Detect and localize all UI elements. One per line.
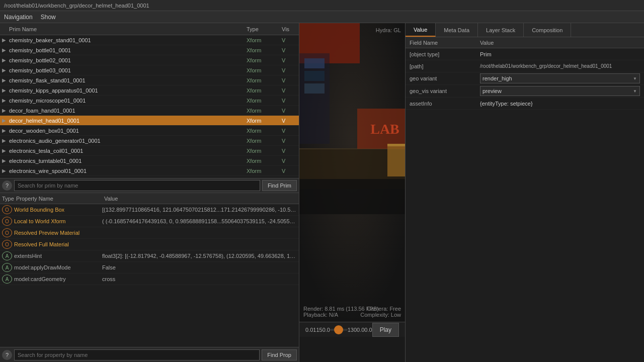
right-field-header: Field Name Value: [406, 37, 644, 48]
prim-arrow: ▶: [2, 77, 9, 83]
camera-type: Camera: Free: [360, 306, 401, 312]
prim-name-text: decor_wooden_box01_0001: [9, 128, 247, 134]
prim-arrow: ▶: [2, 87, 9, 93]
prim-name-text: electronics_tesla_coil01_0001: [9, 148, 247, 154]
property-row[interactable]: A model:cardGeometry cross: [0, 274, 299, 285]
right-value-header: Value: [480, 40, 640, 46]
prim-type-text: Xform: [247, 128, 282, 134]
right-data-row: [path] /root/thelab01/workbench_grp/deco…: [406, 60, 644, 72]
prim-arrow: ▶: [2, 108, 9, 113]
prim-type-text: Xform: [247, 158, 282, 164]
prop-value-header: Value: [104, 196, 297, 202]
prim-row[interactable]: ▶ decor_foam_hand01_0001 Xform V: [0, 106, 299, 116]
timeline-slider[interactable]: [330, 325, 348, 335]
find-prop-button[interactable]: Find Prop: [262, 349, 297, 360]
prim-name-text: chemistry_microscope01_0001: [9, 98, 247, 104]
right-select[interactable]: render_highrender_lowpreview: [480, 73, 640, 83]
prim-type-text: Xform: [247, 87, 282, 94]
prim-name-text: chemistry_flask_stand01_0001: [9, 77, 247, 83]
prop-search-input[interactable]: [14, 349, 260, 360]
prop-name-text: Resolved Full Material: [14, 241, 102, 247]
prop-help-button[interactable]: ?: [2, 350, 12, 360]
property-row[interactable]: O World Bounding Box [(132.8997711086541…: [0, 204, 299, 216]
prim-type-text: Xform: [247, 138, 282, 144]
prim-help-button[interactable]: ?: [2, 180, 12, 191]
prim-type-text: Xform: [247, 47, 282, 53]
prim-row[interactable]: ▶ chemistry_bottle03_0001 Xform V: [0, 65, 299, 75]
prop-name-text: model:cardGeometry: [14, 276, 102, 282]
prop-icon: A: [2, 263, 12, 272]
prim-vis-text: V: [282, 47, 297, 53]
tab-value[interactable]: Value: [406, 23, 436, 37]
svg-rect-11: [304, 71, 325, 81]
right-data-row: assetInfo {entityType: setpiece}: [406, 98, 644, 110]
tab-layer-stack[interactable]: Layer Stack: [478, 23, 524, 37]
right-field-label: [object type]: [410, 51, 480, 57]
left-panel: Prim Name Type Vis ▶ chemistry_beaker_st…: [0, 23, 299, 362]
right-tabs: Value Meta Data Layer Stack Composition: [406, 23, 644, 37]
prim-vis-text: V: [282, 168, 297, 174]
prim-row[interactable]: ▶ decor_helmet_head01_0001 Xform V: [0, 116, 299, 126]
viewport-bottom-strip: 0.0 1150.0 1300.0 0.0 Play: [299, 322, 405, 337]
right-select[interactable]: previewfullnone: [480, 86, 640, 96]
select-wrapper[interactable]: render_highrender_lowpreview: [480, 73, 640, 83]
tab-composition[interactable]: Composition: [524, 23, 571, 37]
prim-vis-text: V: [282, 87, 297, 94]
prim-row[interactable]: ▶ chemistry_microscope01_0001 Xform V: [0, 96, 299, 106]
menu-navigation[interactable]: Navigation: [4, 14, 33, 21]
prim-vis-text: V: [282, 67, 297, 73]
menu-bar: Navigation Show: [0, 11, 644, 23]
prim-type-text: Xform: [247, 37, 282, 43]
prop-name-header: Property Name: [16, 196, 104, 202]
prim-row[interactable]: ▶ chemistry_bottle01_0001 Xform V: [0, 45, 299, 55]
prim-row[interactable]: ▶ electronics_tesla_coil01_0001 Xform V: [0, 146, 299, 156]
coord-1: 0.0: [305, 327, 313, 333]
prim-vis-text: V: [282, 158, 297, 164]
timeline-thumb[interactable]: [334, 325, 343, 334]
prim-row[interactable]: ▶ electronics_turntable01_0001 Xform V: [0, 156, 299, 166]
prim-row[interactable]: ▶ decor_wooden_box01_0001 Xform V: [0, 126, 299, 136]
camera-info: Camera: Free Complexity: Low: [360, 306, 401, 318]
prim-type-text: Xform: [247, 118, 282, 124]
play-button[interactable]: Play: [372, 323, 399, 337]
properties-list: O World Bounding Box [(132.8997711086541…: [0, 204, 299, 347]
prim-row[interactable]: ▶ chemistry_kipps_apparatus01_0001 Xform…: [0, 85, 299, 96]
prop-value-text: ( (-0.16857464176439163, 0, 0.9856888911…: [102, 218, 297, 224]
property-row[interactable]: A extentsHint float3[2]: [(-12.817942, -…: [0, 250, 299, 262]
prim-search-input[interactable]: [14, 180, 260, 191]
property-row[interactable]: O Resolved Full Material: [0, 239, 299, 250]
prim-name-text: chemistry_bottle01_0001: [9, 47, 247, 53]
prim-row[interactable]: ▶ chemistry_flask_stand01_0001 Xform V: [0, 75, 299, 85]
select-wrapper[interactable]: previewfullnone: [480, 86, 640, 96]
prim-row[interactable]: ▶ chemistry_bottle02_0001 Xform V: [0, 55, 299, 65]
prop-icon: O: [2, 228, 12, 237]
prim-list: ▶ chemistry_beaker_stand01_0001 Xform V …: [0, 35, 299, 178]
right-field-label: geo variant: [410, 75, 480, 81]
prop-icon: A: [2, 275, 12, 284]
tab-metadata[interactable]: Meta Data: [436, 23, 478, 37]
menu-show[interactable]: Show: [41, 14, 56, 21]
viewport-canvas[interactable]: LAB: [299, 23, 405, 322]
prim-vis-text: V: [282, 77, 297, 83]
right-data-row[interactable]: geo_vis variant previewfullnone: [406, 85, 644, 98]
prop-icon: O: [2, 205, 12, 214]
timeline-track: [330, 329, 348, 331]
prop-name-text: Local to World Xform: [14, 218, 102, 224]
prim-vis-text: V: [282, 98, 297, 104]
property-row[interactable]: O Local to World Xform ( (-0.16857464176…: [0, 216, 299, 227]
prim-vis-text: V: [282, 138, 297, 144]
prim-type-text: Xform: [247, 57, 282, 63]
prim-row[interactable]: ▶ electronics_audio_generator01_0001 Xfo…: [0, 136, 299, 146]
prim-row[interactable]: ▶ electronics_wire_spool01_0001 Xform V: [0, 166, 299, 176]
prim-name-header: Prim Name: [9, 26, 247, 32]
prim-type-text: Xform: [247, 77, 282, 83]
prim-row[interactable]: ▶ chemistry_beaker_stand01_0001 Xform V: [0, 35, 299, 45]
find-prim-button[interactable]: Find Prim: [262, 180, 297, 191]
prim-arrow: ▶: [2, 47, 9, 53]
property-row[interactable]: A model:applyDrawMode False: [0, 262, 299, 274]
property-row[interactable]: O Resolved Preview Material: [0, 227, 299, 239]
viewport[interactable]: LAB: [299, 23, 405, 362]
find-prim-bar: ? Find Prim: [0, 178, 299, 193]
prim-type-text: Xform: [247, 67, 282, 73]
right-data-row[interactable]: geo variant render_highrender_lowpreview: [406, 72, 644, 85]
